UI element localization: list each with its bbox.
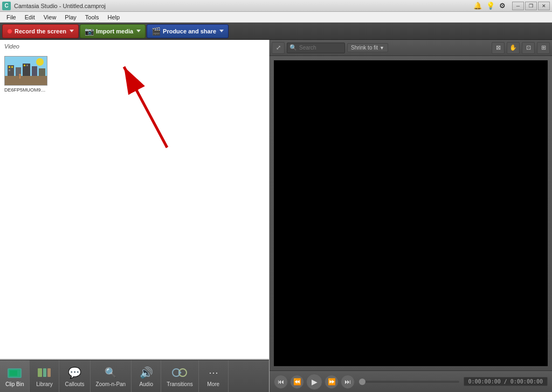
arrow-annotation (81, 56, 178, 165)
tab-clip-bin[interactable]: Clip Bin (0, 360, 30, 392)
menu-file[interactable]: File (2, 13, 20, 22)
preview-hand-btn[interactable]: ✋ (507, 42, 520, 54)
svg-rect-20 (38, 368, 42, 377)
shrink-dropdown-arrow: ▼ (380, 45, 384, 51)
clip-bin-section-label: Video (2, 42, 267, 51)
menu-help[interactable]: Help (103, 13, 124, 22)
titlebar-left: C Camtasia Studio - Untitled.camproj (2, 2, 106, 10)
shrink-fit-label: Shrink to fit (351, 45, 378, 51)
shrink-fit-dropdown[interactable]: Shrink to fit ▼ (347, 43, 388, 52)
titlebar: C Camtasia Studio - Untitled.camproj 🔔 💡… (0, 0, 552, 12)
callouts-icon: 💬 (67, 365, 82, 380)
preview-fullscreen-btn[interactable]: ⤢ (272, 42, 285, 54)
tab-transitions[interactable]: Transitions (161, 360, 199, 392)
svg-rect-19 (10, 370, 17, 376)
svg-rect-3 (8, 65, 14, 76)
settings-icon[interactable]: ⚙ (499, 2, 506, 10)
svg-rect-6 (32, 66, 37, 76)
menu-tools[interactable]: Tools (81, 13, 104, 22)
record-dropdown-arrow (70, 30, 74, 32)
rewind-button[interactable]: ⏪ (290, 375, 304, 389)
main-toolbar: Record the screen 📷 Import media 🎬 Produ… (0, 23, 552, 40)
preview-search-input[interactable] (299, 45, 342, 51)
tab-more-label: More (207, 381, 219, 387)
go-end-button[interactable]: ⏭ (341, 375, 355, 389)
produce-icon: 🎬 (151, 27, 161, 36)
window-title: Camtasia Studio - Untitled.camproj (14, 3, 106, 9)
menubar: File Edit View Play Tools Help (0, 12, 552, 23)
more-icon: ⋯ (206, 365, 221, 380)
bulb-icon[interactable]: 💡 (486, 2, 495, 10)
progress-slider[interactable] (359, 381, 459, 383)
tab-clip-bin-label: Clip Bin (5, 381, 24, 387)
preview-toolbar: ⤢ 🔍 Shrink to fit ▼ ⊠ ✋ ⊡ ⊞ (270, 40, 552, 56)
menu-edit[interactable]: Edit (20, 13, 39, 22)
svg-point-13 (19, 74, 21, 76)
preview-view-btn1[interactable]: ⊠ (492, 42, 505, 54)
left-panel: Video (0, 40, 270, 392)
fast-forward-button[interactable]: ⏩ (325, 375, 339, 389)
tab-callouts[interactable]: 💬 Callouts (59, 360, 90, 392)
produce-share-button[interactable]: 🎬 Produce and share (147, 24, 229, 38)
svg-rect-8 (9, 66, 10, 68)
tab-zoom-n-pan-label: Zoom-n-Pan (96, 381, 126, 387)
thumbnail-image (4, 56, 47, 86)
svg-rect-12 (26, 65, 28, 66)
window-controls: 🔔 💡 ⚙ ─ ❐ ✕ (473, 2, 550, 10)
preview-screen (274, 60, 548, 366)
preview-view-controls: ⊠ ✋ ⊡ ⊞ (492, 42, 550, 54)
preview-view-btn3[interactable]: ⊞ (537, 42, 550, 54)
preview-view-btn2[interactable]: ⊡ (522, 42, 535, 54)
preview-search-box: 🔍 (287, 43, 345, 53)
progress-thumb[interactable] (359, 379, 365, 385)
svg-rect-22 (47, 368, 51, 377)
restore-button[interactable]: ❐ (525, 2, 537, 10)
video-filename: DE6FP5MUOM9O... (4, 87, 47, 93)
svg-rect-7 (39, 68, 45, 76)
audio-icon: 🔊 (139, 365, 154, 380)
tab-audio-label: Audio (139, 381, 153, 387)
svg-rect-9 (11, 66, 13, 68)
playback-bar: ⏮ ⏪ ▶ ⏩ ⏭ 0:00:00:00 / 0:00:00:00 (270, 370, 552, 392)
import-label: Import media (96, 28, 133, 34)
app-icon: C (2, 2, 11, 10)
svg-point-1 (36, 58, 44, 66)
tab-zoom-n-pan[interactable]: 🔍 Zoom-n-Pan (91, 360, 132, 392)
tab-callouts-label: Callouts (65, 381, 84, 387)
svg-line-16 (124, 67, 167, 148)
produce-dropdown-arrow (219, 30, 224, 32)
svg-rect-11 (24, 65, 25, 66)
play-pause-button[interactable]: ▶ (306, 374, 322, 390)
clip-bin-icon (7, 365, 22, 380)
record-button[interactable]: Record the screen (2, 24, 79, 38)
minimize-button[interactable]: ─ (512, 2, 524, 10)
right-panel: ⤢ 🔍 Shrink to fit ▼ ⊠ ✋ ⊡ ⊞ ⏮ ⏪ ▶ ⏩ (270, 40, 552, 392)
bell-icon[interactable]: 🔔 (473, 2, 482, 10)
svg-rect-14 (19, 76, 20, 79)
tab-library-label: Library (36, 381, 53, 387)
import-media-button[interactable]: 📷 Import media (80, 24, 146, 38)
menu-view[interactable]: View (39, 13, 61, 22)
tab-audio[interactable]: 🔊 Audio (132, 360, 161, 392)
import-icon: 📷 (85, 27, 94, 36)
library-icon (37, 365, 52, 380)
tab-panel: Clip Bin Library 💬 Callouts 🔍 Zoom-n- (0, 360, 269, 392)
produce-label: Produce and share (163, 28, 216, 34)
close-button[interactable]: ✕ (538, 2, 550, 10)
tab-library[interactable]: Library (30, 360, 59, 392)
record-dot (7, 29, 12, 34)
tab-more[interactable]: ⋯ More (199, 360, 229, 392)
record-label: Record the screen (15, 28, 66, 34)
zoom-n-pan-icon: 🔍 (103, 365, 118, 380)
menu-play[interactable]: Play (60, 13, 80, 22)
time-display: 0:00:00:00 / 0:00:00:00 (464, 377, 548, 386)
video-thumbnail[interactable]: DE6FP5MUOM9O... (4, 56, 47, 93)
svg-rect-10 (9, 69, 10, 71)
search-icon: 🔍 (289, 44, 297, 51)
clip-bin-area: Video (0, 40, 269, 360)
transitions-icon (172, 365, 187, 380)
svg-rect-2 (5, 76, 47, 85)
tab-transitions-label: Transitions (167, 381, 193, 387)
import-dropdown-arrow (136, 30, 141, 32)
go-start-button[interactable]: ⏮ (274, 375, 288, 389)
